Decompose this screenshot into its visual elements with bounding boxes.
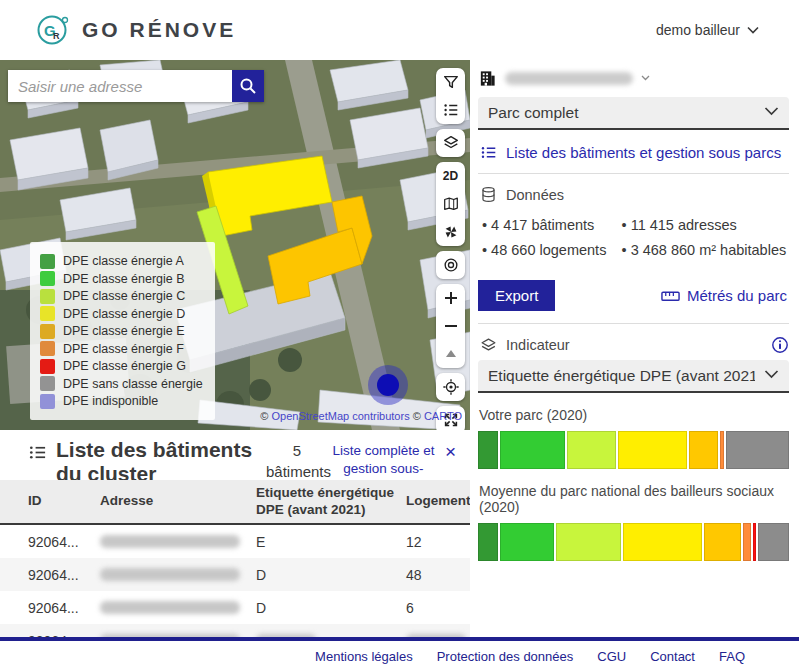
cell-id: 92064...: [28, 534, 100, 550]
table-row[interactable]: 92064...D48: [0, 558, 470, 591]
info-button[interactable]: [771, 336, 789, 354]
map-canvas[interactable]: 2D: [0, 60, 470, 430]
dpe-segment-f: [743, 523, 751, 561]
main-content: 2D: [0, 60, 799, 637]
legend-swatch: [40, 359, 55, 374]
legend-swatch: [40, 289, 55, 304]
column-header: Logements: [406, 493, 470, 510]
redacted-address: [100, 568, 240, 581]
legend-item: DPE classe énergie G: [40, 359, 203, 374]
redacted-address: [100, 601, 240, 614]
filter-button[interactable]: [436, 68, 465, 96]
dpe-segment-sans-classe-énergie: [758, 523, 789, 561]
close-panel-button[interactable]: ×: [445, 442, 456, 461]
your-park-dpe-bar: [478, 431, 789, 469]
pinwheel-icon: [442, 223, 460, 241]
search-button[interactable]: [232, 70, 264, 102]
cluster-panel-header: Liste des bâtiments du cluster 5 bâtimen…: [0, 430, 470, 480]
legend-swatch: [40, 341, 55, 356]
footer-link[interactable]: Mentions légales: [315, 649, 413, 664]
dpe-segment-d: [618, 431, 687, 469]
table-row[interactable]: 92064...: [0, 624, 470, 637]
plus-icon: [443, 290, 459, 306]
zoom-out-button[interactable]: [436, 312, 465, 340]
legend-label: DPE classe énergie B: [63, 272, 185, 286]
list-button[interactable]: [436, 96, 465, 124]
footer-link[interactable]: Protection des données: [437, 649, 574, 664]
ruler-icon: [661, 289, 680, 303]
divider: [478, 173, 789, 174]
dpe-segment-e: [704, 523, 741, 561]
buildings-table-header: IDAdresseEtiquette énergétique DPE (avan…: [0, 480, 470, 525]
carto-link[interactable]: CARTO: [424, 410, 462, 422]
layers-button[interactable]: [436, 129, 465, 157]
metres-link[interactable]: Métrés du parc: [661, 287, 787, 304]
zoom-in-button[interactable]: [436, 284, 465, 312]
national-park-label: Moyenne du parc national des bailleurs s…: [479, 483, 789, 515]
legend-label: DPE classe énergie F: [63, 342, 184, 356]
indicator-select[interactable]: Etiquette énergétique DPE (avant 2021): [478, 360, 789, 393]
dpe-segment-c: [567, 431, 616, 469]
map-controls: 2D: [436, 68, 465, 430]
legend-item: DPE classe énergie C: [40, 289, 203, 304]
parc-select[interactable]: Parc complet: [478, 97, 789, 130]
logo: G R GO RÉNOVE: [36, 13, 236, 47]
cell-logements: 48: [406, 567, 470, 583]
geolocate-button[interactable]: [436, 373, 465, 401]
cell-dpe: D: [256, 567, 406, 583]
2d-label: 2D: [443, 169, 458, 183]
your-park-label: Votre parc (2020): [479, 407, 789, 423]
column-header: ID: [28, 493, 100, 510]
pinwheel-view-button[interactable]: [436, 218, 465, 246]
legend-swatch: [40, 394, 55, 409]
legend-item: DPE sans classe énergie: [40, 376, 203, 391]
legend-label: DPE classe énergie G: [63, 359, 186, 373]
user-menu-button[interactable]: demo bailleur: [656, 22, 759, 38]
parc-stats: 4 417 bâtiments11 415 adresses48 660 log…: [482, 217, 789, 258]
cell-address: [100, 535, 256, 548]
footer-link[interactable]: Contact: [650, 649, 695, 664]
chevron-down-icon: [747, 26, 759, 34]
table-row[interactable]: 92064...E12: [0, 525, 470, 558]
organization-row[interactable]: [478, 65, 789, 91]
pitch-up-button[interactable]: [436, 340, 465, 368]
table-row[interactable]: 92064...D6: [0, 591, 470, 624]
legend-item: DPE classe énergie F: [40, 341, 203, 356]
map-attribution: © OpenStreetMap contributors © CARTO: [260, 410, 462, 422]
column-header: Etiquette énergétique DPE (avant 2021): [256, 485, 406, 519]
footer-links: Mentions légalesProtection des donnéesCG…: [0, 641, 799, 671]
chevron-down-icon: [641, 75, 650, 81]
legend-swatch: [40, 306, 55, 321]
dpe-segment-f: [720, 431, 724, 469]
dpe-segment-g: [753, 523, 756, 561]
parc-select-wrap: Parc complet: [478, 97, 789, 130]
legend-swatch: [40, 324, 55, 339]
layers-icon: [442, 134, 460, 152]
toggle-2d-button[interactable]: 2D: [436, 162, 465, 190]
address-search-input[interactable]: [8, 70, 232, 102]
basemap-button[interactable]: [436, 190, 465, 218]
complete-list-link[interactable]: Liste complète et gestion sous-: [328, 442, 439, 478]
indicator-header: Indicateur: [480, 336, 789, 354]
triangle-up-icon: [444, 348, 458, 360]
indicator-title: Indicateur: [506, 337, 570, 353]
footer-link[interactable]: FAQ: [719, 649, 745, 664]
buildings-management-link[interactable]: Liste des bâtiments et gestion sous parc…: [480, 144, 789, 161]
legend-label: DPE classe énergie D: [63, 307, 185, 321]
legend-swatch: [40, 254, 55, 269]
focus-cluster-button[interactable]: [436, 251, 465, 279]
logo-text: GO RÉNOVE: [82, 18, 236, 42]
export-row: Export Métrés du parc: [478, 280, 789, 311]
stat-item: 48 660 logements: [482, 242, 622, 258]
svg-text:R: R: [53, 31, 60, 41]
organization-name-redacted: [505, 72, 633, 85]
dpe-segment-c: [556, 523, 621, 561]
export-button[interactable]: Export: [478, 280, 555, 311]
buildings-table-body: 92064...E1292064...D4892064...D692064...: [0, 525, 470, 637]
footer-link[interactable]: CGU: [597, 649, 626, 664]
cell-id: 92064...: [28, 600, 100, 616]
dpe-segment-a: [478, 431, 498, 469]
cell-address: [100, 568, 256, 581]
go-renove-app: G R GO RÉNOVE demo bailleur: [0, 0, 799, 671]
osm-link[interactable]: OpenStreetMap contributors: [271, 410, 409, 422]
